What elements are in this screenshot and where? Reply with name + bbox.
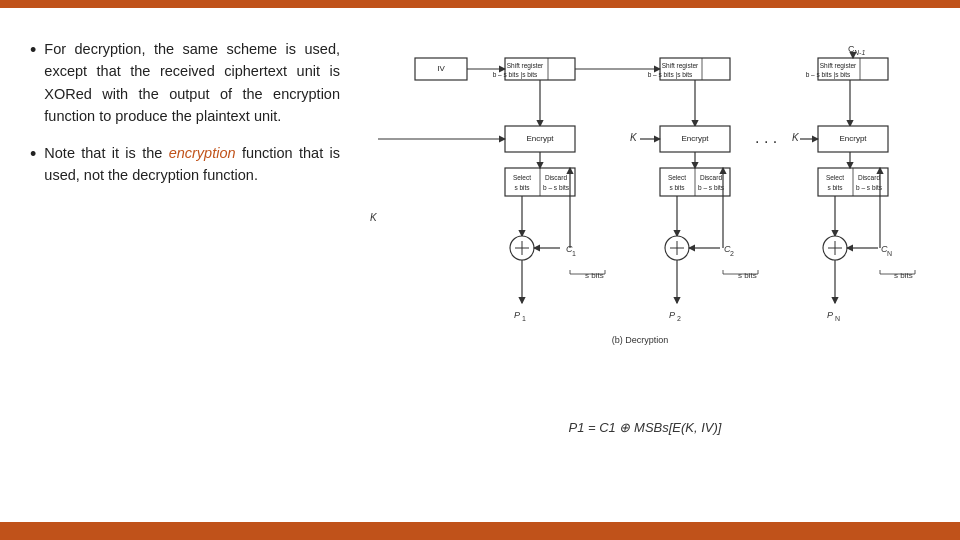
disc-3-label: Discard bbox=[858, 174, 880, 181]
bullet-item-1: • For decryption, the same scheme is use… bbox=[30, 38, 340, 128]
shift-reg-3-label: Shift register bbox=[820, 62, 857, 70]
shift-reg-3-sub: b – s bits |s bits bbox=[806, 71, 851, 79]
shift-reg-2-sub: b – s bits |s bits bbox=[648, 71, 693, 79]
shift-reg-1-label: Shift register bbox=[507, 62, 544, 70]
svg-text:N: N bbox=[887, 250, 892, 257]
s-bits-1: s bits bbox=[585, 271, 604, 280]
sel-1-sub: s bits bbox=[514, 184, 530, 191]
main-content: • For decryption, the same scheme is use… bbox=[0, 8, 960, 522]
svg-text:2: 2 bbox=[677, 315, 681, 322]
svg-text:1: 1 bbox=[522, 315, 526, 322]
p2-label: P bbox=[669, 310, 675, 320]
sel-2-sub: s bits bbox=[669, 184, 685, 191]
formula-text: P1 = C1 ⊕ MSBs[E(K, IV)] bbox=[569, 420, 722, 435]
bottom-bar bbox=[0, 522, 960, 540]
p1-label: P bbox=[514, 310, 520, 320]
formula-line: P1 = C1 ⊕ MSBs[E(K, IV)] bbox=[569, 420, 722, 435]
k-label-2: K bbox=[630, 132, 638, 143]
disc-2-sub: b – s bits bbox=[698, 184, 725, 191]
diagram-svg-wrapper: C N-1 K IV Shift register b – s bits |s … bbox=[360, 38, 930, 412]
iv-label: IV bbox=[437, 64, 445, 73]
diagram-panel: C N-1 K IV Shift register b – s bits |s … bbox=[360, 38, 930, 512]
disc-1-sub: b – s bits bbox=[543, 184, 570, 191]
pn-label: P bbox=[827, 310, 833, 320]
sel-1-label: Select bbox=[513, 174, 531, 181]
disc-3-sub: b – s bits bbox=[856, 184, 883, 191]
svg-text:N: N bbox=[835, 315, 840, 322]
bullet-item-2: • Note that it is the encryption functio… bbox=[30, 142, 340, 187]
sel-3-label: Select bbox=[826, 174, 844, 181]
bullet-text-1: For decryption, the same scheme is used,… bbox=[44, 38, 340, 128]
svg-text:1: 1 bbox=[572, 250, 576, 257]
shift-reg-2-label: Shift register bbox=[662, 62, 699, 70]
svg-text:N-1: N-1 bbox=[854, 49, 865, 56]
encrypt-1-label: Encrypt bbox=[526, 134, 554, 143]
sel-2-label: Select bbox=[668, 174, 686, 181]
disc-1-label: Discard bbox=[545, 174, 567, 181]
dots-label: . . . bbox=[755, 129, 777, 146]
sel-3-sub: s bits bbox=[827, 184, 843, 191]
bullet-dot-1: • bbox=[30, 39, 36, 62]
top-bar bbox=[0, 0, 960, 8]
disc-2-label: Discard bbox=[700, 174, 722, 181]
s-bits-2: s bits bbox=[738, 271, 757, 280]
shift-reg-1-sub: b – s bits |s bits bbox=[493, 71, 538, 79]
italic-encryption: encryption bbox=[169, 145, 236, 161]
bullet-dot-2: • bbox=[30, 143, 36, 166]
svg-text:2: 2 bbox=[730, 250, 734, 257]
bullet-text-2: Note that it is the encryption function … bbox=[44, 142, 340, 187]
text-panel: • For decryption, the same scheme is use… bbox=[30, 38, 340, 512]
diagram-caption: (b) Decryption bbox=[612, 335, 669, 345]
encrypt-2-label: Encrypt bbox=[681, 134, 709, 143]
slide-container: • For decryption, the same scheme is use… bbox=[0, 0, 960, 540]
k-label-1: K bbox=[370, 212, 378, 223]
k-label-3: K bbox=[792, 132, 800, 143]
diagram-svg: C N-1 K IV Shift register b – s bits |s … bbox=[360, 38, 920, 408]
encrypt-3-label: Encrypt bbox=[839, 134, 867, 143]
s-bits-3: s bits bbox=[894, 271, 913, 280]
